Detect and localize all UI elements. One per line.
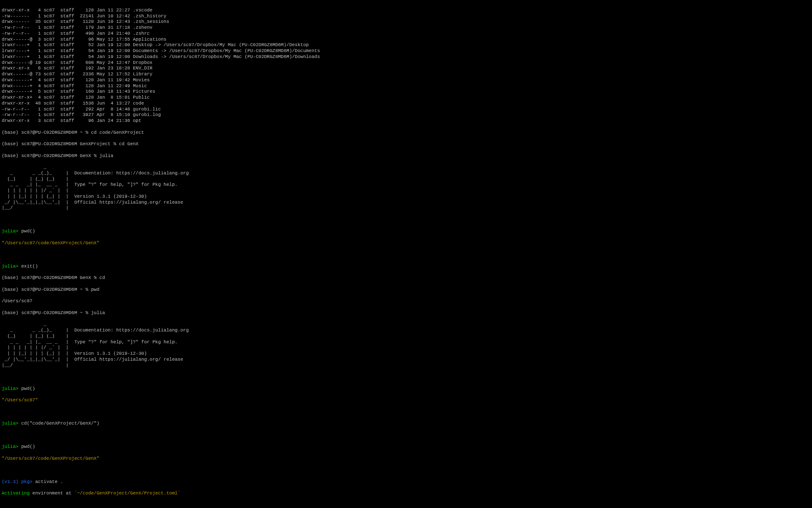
empty-line	[2, 433, 810, 439]
ls-row: drwxr-xr-x 4 sc87 staff 128 Jan 11 22:27…	[2, 8, 810, 14]
ls-row: drwxr-xr-x 6 sc87 staff 192 Jan 23 18:28…	[2, 66, 810, 72]
empty-line	[2, 374, 810, 380]
ls-row: drwx------@ 73 sc87 staff 2336 May 12 17…	[2, 72, 810, 77]
ls-row: drwx------@ 19 sc87 staff 608 May 24 12:…	[2, 60, 810, 66]
julia-prompt: julia>	[2, 264, 19, 269]
shell-line: (base) sc87@PU-C02DRGZ8MD6M ~ % julia	[2, 310, 810, 316]
ls-row: lrwxr----+ 1 sc87 staff 52 Jan 19 12:00 …	[2, 42, 810, 48]
terminal[interactable]: drwxr-xr-x 4 sc87 staff 128 Jan 11 22:27…	[0, 0, 812, 508]
output-line: "/Users/sc87"	[2, 398, 810, 403]
shell-line: (base) sc87@PU-C02DRGZ8MD6M ~ % cd code/…	[2, 130, 810, 136]
julia-prompt: julia>	[2, 444, 19, 449]
julia-repl-line: julia> pwd()	[2, 444, 810, 450]
julia-prompt: julia>	[2, 421, 19, 426]
empty-line	[2, 409, 810, 415]
julia-banner: _ _ _ _(_)_ | Documentation: https://doc…	[2, 165, 810, 211]
shell-line: (base) sc87@PU-C02DRGZ8MD6M GenX % julia	[2, 153, 810, 159]
shell-line: (base) sc87@PU-C02DRGZ8MD6M GenX % cd	[2, 275, 810, 281]
output-line: Activating environment at `~/code/GenXPr…	[2, 491, 810, 497]
empty-line	[2, 467, 810, 473]
ls-row: drwxr-xr-x 48 sc87 staff 1536 Jun 4 13:2…	[2, 101, 810, 107]
julia-prompt: julia>	[2, 229, 19, 234]
ls-row: -rw-r--r-- 1 sc87 staff 3927 Apr 8 15:10…	[2, 112, 810, 118]
output-line: "/Users/sc87/code/GenXProject/GenX"	[2, 456, 810, 462]
shell-line: (base) sc87@PU-C02DRGZ8MD6M ~ % pwd	[2, 287, 810, 293]
output-line: "/Users/sc87/code/GenXProject/GenX"	[2, 240, 810, 246]
empty-line	[2, 217, 810, 223]
julia-repl-line: julia> pwd()	[2, 229, 810, 235]
shell-line: (base) sc87@PU-C02DRGZ8MD6M GenXProject …	[2, 141, 810, 147]
ls-row: drwx------+ 5 sc87 staff 160 Jan 18 11:4…	[2, 89, 810, 95]
ls-row: -rw-r--r-- 1 sc87 staff 179 Jan 31 17:18…	[2, 25, 810, 31]
pkg-repl-line: (v1.3) pkg> activate .	[2, 479, 810, 485]
ls-output: drwxr-xr-x 4 sc87 staff 128 Jan 11 22:27…	[2, 8, 810, 124]
ls-row: lrwxr----+ 1 sc87 staff 54 Jan 19 12:00 …	[2, 48, 810, 54]
ls-row: lrwxr----+ 1 sc87 staff 54 Jan 19 12:00 …	[2, 54, 810, 60]
julia-repl-line: julia> pwd()	[2, 386, 810, 392]
julia-banner: _ _ _ _(_)_ | Documentation: https://doc…	[2, 322, 810, 368]
output-line: /Users/sc87	[2, 298, 810, 304]
ls-row: -rw------- 1 sc87 staff 22141 Jun 10 12:…	[2, 14, 810, 19]
empty-line	[2, 252, 810, 258]
ls-row: drwx------@ 3 sc87 staff 96 May 12 17:55…	[2, 37, 810, 43]
empty-line	[2, 502, 810, 508]
ls-row: drwxr-xr-x+ 4 sc87 staff 128 Jan 8 15:01…	[2, 95, 810, 101]
julia-prompt: julia>	[2, 386, 19, 391]
julia-repl-line: julia> cd("code/GenXProject/GenX/")	[2, 421, 810, 427]
ls-row: drwx------ 35 sc87 staff 1120 Jun 10 12:…	[2, 19, 810, 25]
ls-row: -rw-r--r-- 1 sc87 staff 292 Apr 8 14:48 …	[2, 107, 810, 113]
ls-row: drwx------+ 4 sc87 staff 128 Jan 11 22:4…	[2, 83, 810, 89]
pkg-prompt: (v1.3) pkg>	[2, 479, 33, 484]
ls-row: drwxr-xr-x 3 sc87 staff 96 Jan 24 21:36 …	[2, 118, 810, 124]
ls-row: drwx------+ 4 sc87 staff 128 Jan 11 19:4…	[2, 77, 810, 83]
ls-row: -rw-r--r-- 1 sc87 staff 490 Jan 24 21:40…	[2, 31, 810, 37]
julia-repl-line: julia> exit()	[2, 264, 810, 270]
